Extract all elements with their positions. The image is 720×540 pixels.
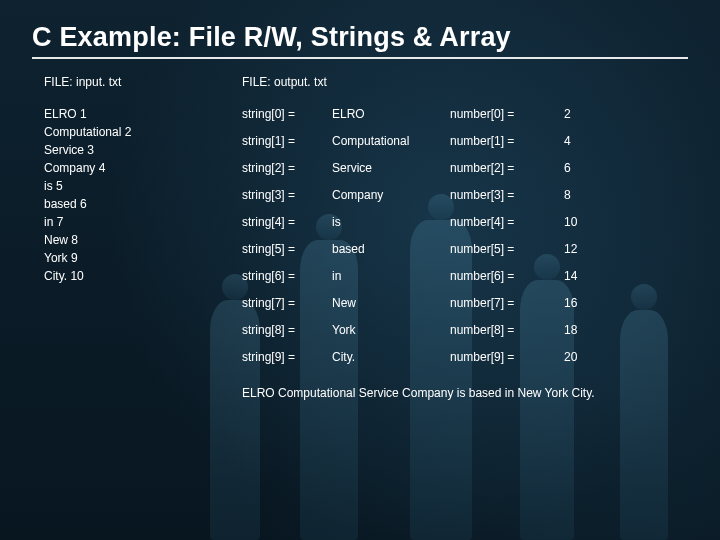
string-lhs: string[3] =: [242, 186, 310, 204]
string-val: City.: [332, 348, 428, 366]
output-row: string[5] = based number[5] = 12: [242, 240, 688, 258]
input-file-lines: ELRO 1 Computational 2 Service 3 Company…: [44, 105, 194, 285]
input-line: in 7: [44, 213, 194, 231]
string-lhs: string[6] =: [242, 267, 310, 285]
string-lhs: string[1] =: [242, 132, 310, 150]
output-row: string[3] = Company number[3] = 8: [242, 186, 688, 204]
string-val: New: [332, 294, 428, 312]
input-column: FILE: input. txt ELRO 1 Computational 2 …: [44, 73, 194, 402]
string-lhs: string[8] =: [242, 321, 310, 339]
string-lhs: string[7] =: [242, 294, 310, 312]
input-line: City. 10: [44, 267, 194, 285]
input-file-label: FILE: input. txt: [44, 73, 194, 91]
output-summary: ELRO Computational Service Company is ba…: [242, 384, 688, 402]
number-lhs: number[1] =: [450, 132, 542, 150]
number-lhs: number[4] =: [450, 213, 542, 231]
output-rows: string[0] = ELRO number[0] = 2 string[1]…: [242, 105, 688, 366]
number-val: 8: [564, 186, 584, 204]
output-row: string[1] = Computational number[1] = 4: [242, 132, 688, 150]
number-lhs: number[5] =: [450, 240, 542, 258]
output-row: string[4] = is number[4] = 10: [242, 213, 688, 231]
string-lhs: string[2] =: [242, 159, 310, 177]
string-lhs: string[4] =: [242, 213, 310, 231]
number-val: 10: [564, 213, 584, 231]
output-file-label: FILE: output. txt: [242, 73, 688, 91]
output-column: FILE: output. txt string[0] = ELRO numbe…: [242, 73, 688, 402]
number-lhs: number[0] =: [450, 105, 542, 123]
number-lhs: number[9] =: [450, 348, 542, 366]
number-val: 20: [564, 348, 584, 366]
string-val: ELRO: [332, 105, 428, 123]
string-val: Computational: [332, 132, 428, 150]
output-row: string[0] = ELRO number[0] = 2: [242, 105, 688, 123]
string-val: Company: [332, 186, 428, 204]
title-underline: [32, 57, 688, 59]
output-row: string[8] = York number[8] = 18: [242, 321, 688, 339]
string-lhs: string[9] =: [242, 348, 310, 366]
number-val: 12: [564, 240, 584, 258]
number-lhs: number[2] =: [450, 159, 542, 177]
string-val: in: [332, 267, 428, 285]
input-line: New 8: [44, 231, 194, 249]
string-val: Service: [332, 159, 428, 177]
string-lhs: string[5] =: [242, 240, 310, 258]
number-lhs: number[8] =: [450, 321, 542, 339]
number-val: 6: [564, 159, 584, 177]
slide-title: C Example: File R/W, Strings & Array: [32, 22, 688, 53]
output-row: string[6] = in number[6] = 14: [242, 267, 688, 285]
number-val: 18: [564, 321, 584, 339]
number-val: 2: [564, 105, 584, 123]
input-line: ELRO 1: [44, 105, 194, 123]
string-val: York: [332, 321, 428, 339]
output-row: string[9] = City. number[9] = 20: [242, 348, 688, 366]
output-row: string[2] = Service number[2] = 6: [242, 159, 688, 177]
input-line: is 5: [44, 177, 194, 195]
number-lhs: number[7] =: [450, 294, 542, 312]
slide-body: FILE: input. txt ELRO 1 Computational 2 …: [32, 73, 688, 402]
input-line: based 6: [44, 195, 194, 213]
input-line: Company 4: [44, 159, 194, 177]
number-val: 16: [564, 294, 584, 312]
string-val: based: [332, 240, 428, 258]
string-lhs: string[0] =: [242, 105, 310, 123]
string-val: is: [332, 213, 428, 231]
number-val: 4: [564, 132, 584, 150]
number-lhs: number[3] =: [450, 186, 542, 204]
output-row: string[7] = New number[7] = 16: [242, 294, 688, 312]
input-line: Service 3: [44, 141, 194, 159]
number-val: 14: [564, 267, 584, 285]
number-lhs: number[6] =: [450, 267, 542, 285]
input-line: York 9: [44, 249, 194, 267]
input-line: Computational 2: [44, 123, 194, 141]
